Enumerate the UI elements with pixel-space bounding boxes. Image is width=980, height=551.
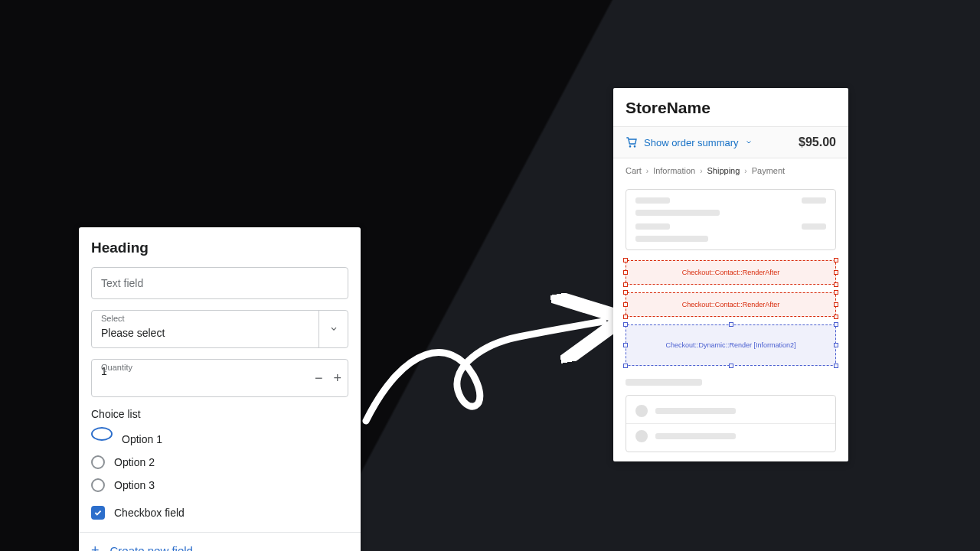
skeleton-option-card [626,395,836,452]
order-summary-toggle[interactable]: Show order summary $95.00 [613,126,848,158]
text-field-placeholder: Text field [101,277,143,289]
radio-label: Option 1 [122,433,162,445]
checkout-preview-panel: StoreName Show order summary $95.00 Cart… [613,88,848,461]
choice-list-title: Choice list [91,408,348,420]
extension-label: Checkout::Dynamic::Render [Information2] [665,341,795,349]
form-heading: Heading [91,240,348,256]
select-label: Select [101,314,125,323]
radio-option-3[interactable]: Option 3 [91,474,348,497]
extension-slot-contact-after-1[interactable]: Checkout::Contact::RenderAfter [626,260,836,285]
select-input[interactable]: Select Please select [91,310,348,348]
radio-option-2[interactable]: Option 2 [91,451,348,474]
extension-slot-contact-after-2[interactable]: Checkout::Contact::RenderAfter [626,292,836,317]
store-name: StoreName [626,99,836,117]
radio-option-1[interactable]: Option 1 [91,428,348,451]
text-field-input[interactable]: Text field [91,267,348,299]
create-label: Create new field [110,544,193,552]
radio-label: Option 3 [114,479,155,491]
breadcrumb-step: Payment [752,166,785,175]
skeleton-card [626,189,836,250]
radio-icon [91,455,105,469]
order-total: $95.00 [799,135,836,149]
breadcrumb: Cart › Information › Shipping › Payment [613,158,848,183]
chevron-down-icon [318,311,348,347]
checkbox-checked-icon [91,506,105,520]
plus-icon[interactable]: + [333,370,341,386]
create-new-field-button[interactable]: + Create new field [79,532,361,551]
checkbox-label: Checkbox field [114,507,185,519]
extension-label: Checkout::Contact::RenderAfter [682,269,780,276]
skeleton-heading [626,379,836,386]
cart-icon [626,136,638,148]
form-builder-panel: Heading Text field Select Please select … [79,227,361,551]
radio-label: Option 2 [114,456,155,468]
extension-label: Checkout::Contact::RenderAfter [682,301,780,308]
chevron-right-icon: › [700,167,702,175]
radio-icon [91,427,113,441]
chevron-down-icon [745,139,753,146]
chevron-right-icon: › [744,167,746,175]
chevron-right-icon: › [646,167,648,175]
checkbox-field[interactable]: Checkbox field [91,501,348,524]
quantity-label: Quantity [101,363,132,372]
arrow-illustration [358,283,619,436]
breadcrumb-step-current: Shipping [707,166,740,175]
radio-icon [91,478,105,492]
summary-label: Show order summary [644,137,739,148]
select-value: Please select [101,327,165,339]
minus-icon[interactable]: − [315,370,323,386]
breadcrumb-step[interactable]: Information [653,166,695,175]
extension-slot-dynamic[interactable]: Checkout::Dynamic::Render [Information2] [626,324,836,366]
plus-icon: + [91,543,100,551]
quantity-stepper[interactable]: Quantity 1 − + [91,359,348,397]
breadcrumb-step[interactable]: Cart [626,166,642,175]
